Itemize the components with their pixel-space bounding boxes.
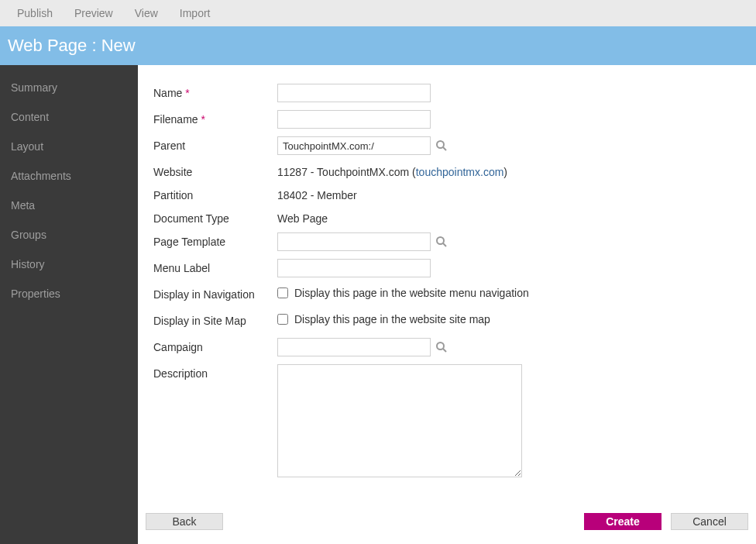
description-textarea[interactable]: [277, 364, 522, 477]
required-marker: *: [185, 87, 189, 99]
website-link[interactable]: touchpointmx.com: [416, 166, 504, 178]
display-in-sitemap-checkbox[interactable]: [277, 314, 288, 325]
svg-line-1: [443, 147, 446, 150]
display-in-navigation-checkbox[interactable]: [277, 287, 288, 298]
display-in-sitemap-cb-label: Display this page in the website site ma…: [294, 313, 490, 325]
partition-value: 18402 - Member: [277, 186, 357, 201]
menu-preview[interactable]: Preview: [64, 7, 124, 19]
campaign-label: Campaign: [153, 338, 277, 353]
sidebar-item-history[interactable]: History: [0, 250, 138, 279]
svg-line-5: [443, 349, 446, 352]
sidebar: Summary Content Layout Attachments Meta …: [0, 65, 138, 544]
filename-label: Filename*: [153, 110, 277, 126]
sidebar-item-content[interactable]: Content: [0, 102, 138, 132]
menu-publish[interactable]: Publish: [6, 7, 64, 19]
description-label: Description: [153, 364, 277, 380]
svg-point-2: [437, 237, 444, 244]
website-label: Website: [153, 163, 277, 178]
page-header: Web Page : New: [0, 26, 756, 65]
page-template-label: Page Template: [153, 232, 277, 248]
svg-line-3: [443, 243, 446, 246]
menu-label-label: Menu Label: [153, 259, 277, 274]
document-type-value: Web Page: [277, 209, 328, 225]
website-value: 11287 - TouchpointMX.com (touchpointmx.c…: [277, 163, 507, 178]
document-type-label: Document Type: [153, 209, 277, 225]
name-label: Name*: [153, 84, 277, 99]
partition-label: Partition: [153, 186, 277, 201]
name-input[interactable]: [277, 84, 431, 102]
menu-import[interactable]: Import: [169, 7, 222, 19]
sidebar-item-groups[interactable]: Groups: [0, 220, 138, 250]
campaign-input[interactable]: [277, 338, 431, 356]
required-marker: *: [201, 113, 205, 126]
menu-view[interactable]: View: [124, 7, 169, 19]
sidebar-item-meta[interactable]: Meta: [0, 191, 138, 220]
footer-buttons: Back Create Cancel: [146, 513, 748, 530]
filename-input[interactable]: [277, 110, 431, 129]
page-title: Web Page : New: [8, 36, 136, 56]
sidebar-item-properties[interactable]: Properties: [0, 279, 138, 308]
cancel-button[interactable]: Cancel: [671, 513, 748, 530]
parent-lookup-icon[interactable]: [435, 139, 448, 152]
back-button[interactable]: Back: [146, 513, 223, 530]
sidebar-item-layout[interactable]: Layout: [0, 132, 138, 161]
display-in-navigation-cb-label: Display this page in the website menu na…: [294, 287, 529, 299]
sidebar-item-attachments[interactable]: Attachments: [0, 161, 138, 191]
menu-label-input[interactable]: [277, 259, 431, 277]
page-template-lookup-icon[interactable]: [435, 236, 448, 248]
top-menu-bar: Publish Preview View Import: [0, 0, 756, 26]
parent-label: Parent: [153, 136, 277, 152]
svg-point-4: [437, 343, 444, 349]
campaign-lookup-icon[interactable]: [435, 341, 448, 353]
sidebar-item-summary[interactable]: Summary: [0, 73, 138, 102]
page-template-input[interactable]: [277, 232, 431, 251]
create-button[interactable]: Create: [584, 513, 662, 530]
parent-input[interactable]: [277, 136, 431, 155]
svg-point-0: [437, 141, 444, 148]
main-panel: Name* Filename* Parent Website 11287 - T…: [138, 65, 756, 544]
display-in-navigation-label: Display in Navigation: [153, 285, 277, 301]
display-in-sitemap-label: Display in Site Map: [153, 312, 277, 327]
